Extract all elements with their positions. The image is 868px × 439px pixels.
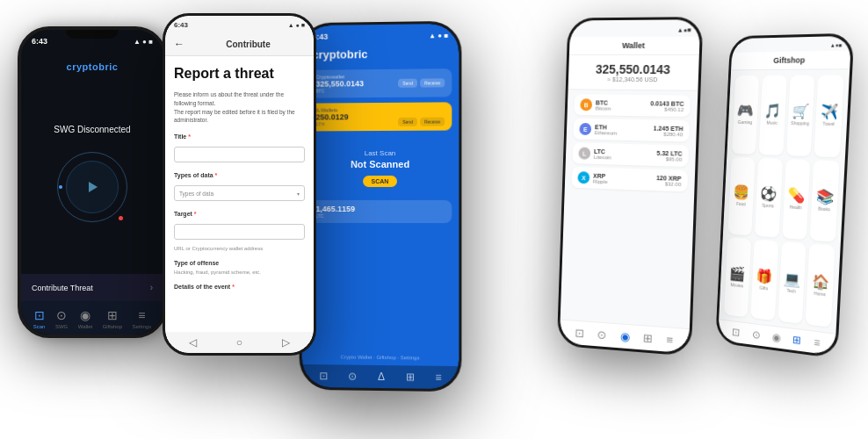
list-item[interactable]: 🏠 Home [806, 244, 835, 327]
p4-header-title: Wallet [578, 41, 691, 50]
list-item[interactable]: 🎵 Music [758, 76, 786, 155]
list-item[interactable]: 🎁 Gifts [750, 240, 778, 320]
list-item[interactable]: E ETH Ethereum 1.245 ETH $280.40 [573, 119, 690, 142]
p4-nav-4[interactable]: ⊞ [643, 331, 654, 345]
p4-nav-5[interactable]: ≡ [666, 333, 673, 347]
offense-label: Type of offense [174, 260, 305, 266]
p2-nav-back-icon[interactable]: ◁ [189, 336, 197, 349]
p2-header-title: Contribute [192, 40, 305, 49]
btc-icon: B [580, 98, 592, 111]
scan-button[interactable]: SCAN [363, 176, 398, 187]
p3-card1-currency: BTC [315, 88, 364, 93]
home-icon: 🏠 [811, 274, 829, 290]
p3-card2-currency: ETH [315, 121, 348, 126]
food-icon: 🍔 [733, 185, 749, 200]
p3-nav-icon-2[interactable]: ⊙ [349, 371, 358, 383]
nav-label-scan: Scan [33, 324, 46, 329]
books-label: Books [818, 205, 830, 212]
nav-label-settings: Settings [133, 324, 152, 329]
p5-header-title: Giftshop [740, 55, 842, 66]
p4-nav-1[interactable]: ⊡ [575, 327, 584, 341]
p2-nav-recent-icon[interactable]: ▷ [282, 336, 290, 349]
types-select[interactable]: Types of data ▾ [174, 185, 305, 201]
p3-nav-icon-3[interactable]: Δ [378, 371, 385, 383]
dot-indicator-blue [59, 185, 62, 189]
p3-footer-text: Crypto Wallet · Giftshop · Settings [302, 349, 459, 366]
nav-scan[interactable]: ⊡ Scan [33, 308, 46, 329]
food-label: Food [736, 201, 746, 207]
gift-grid: 🎮 Gaming 🎵 Music 🛒 Shopping ✈️ Travel 🍔 [719, 69, 850, 333]
p3-status-icons: ▲ ● ■ [429, 31, 448, 39]
app-logo: cryptobric [67, 61, 119, 72]
xrp-icon: X [577, 171, 590, 184]
list-item[interactable]: 🎮 Gaming [732, 76, 759, 155]
p5-nav-1[interactable]: ⊡ [732, 326, 741, 339]
list-item[interactable]: L LTC Litecoin 5.32 LTC $95.00 [572, 142, 689, 167]
coin-name-eth: ETH [595, 124, 618, 130]
gifts-label: Gifts [759, 284, 768, 291]
eth-amount: 1.245 ETH [654, 125, 684, 132]
list-item[interactable]: 📚 Books [810, 160, 840, 242]
send-button[interactable]: Send [398, 79, 417, 88]
home-label: Home [814, 290, 826, 296]
books-icon: 📚 [815, 190, 834, 205]
nav-giftshop[interactable]: ⊞ Giftshop [103, 308, 122, 329]
contribute-bar[interactable]: Contribute Threat › [21, 274, 163, 301]
list-item[interactable]: B BTC Bitcoin 0.0143 BTC $450.12 [574, 94, 691, 117]
swg-status: SWG Disconnected [54, 125, 130, 134]
p3-card1-amount: 325,550.0143 [315, 79, 364, 88]
p3-nav-icon-5[interactable]: ≡ [435, 371, 441, 384]
list-item[interactable]: ✈️ Travel [814, 75, 844, 156]
p5-nav-3[interactable]: ◉ [771, 331, 780, 344]
p2-status-bar: 6:43 ▲ ● ■ [165, 16, 314, 32]
p3-card2-amount: 250.0129 [315, 112, 348, 121]
phone-scanner: 6:43 ▲ ● ■ cryptobric Cryptowallet 325,5… [300, 21, 462, 392]
send-btn-2[interactable]: Send [398, 118, 417, 126]
nav-wallet[interactable]: ◉ Wallet [78, 308, 92, 329]
tech-label: Tech [787, 287, 797, 293]
scene: 6:43 ▲ ● ■ cryptobric SWG Disconnected [0, 0, 868, 439]
vpn-circle[interactable] [57, 152, 127, 222]
coin-full-eth: Ethereum [595, 130, 618, 136]
p3-nav-icon-1[interactable]: ⊡ [319, 370, 328, 382]
p5-nav-4[interactable]: ⊞ [792, 334, 802, 347]
list-item[interactable]: 🍔 Food [727, 156, 755, 235]
receive-btn-2[interactable]: Receive [420, 118, 445, 126]
shopping-label: Shopping [791, 120, 809, 126]
list-item[interactable]: ⚽ Sports [755, 158, 783, 238]
p4-status-icons: ▲●■ [677, 26, 691, 32]
wallet-icon: ◉ [80, 308, 90, 322]
wallet-balance-section: 325,550.0143 ≈ $12,340.56 USD [568, 55, 699, 91]
nav-settings[interactable]: ≡ Settings [133, 308, 152, 329]
p4-header: Wallet [569, 37, 700, 55]
p5-nav-5[interactable]: ≡ [814, 336, 821, 349]
wallet-total: 325,550.0143 [577, 62, 691, 77]
health-icon: 💊 [787, 188, 805, 203]
gaming-label: Gaming [738, 119, 753, 125]
nav-swg[interactable]: ⊙ SWG [55, 308, 68, 329]
report-title: Report a threat [174, 65, 305, 82]
notch [66, 30, 119, 39]
target-label: Target * [174, 211, 305, 217]
receive-button[interactable]: Receive [420, 78, 445, 87]
list-item[interactable]: 💻 Tech [778, 241, 807, 324]
types-placeholder: Types of data [179, 191, 213, 197]
p4-nav-2[interactable]: ⊙ [597, 327, 607, 342]
gifts-icon: 🎁 [756, 269, 773, 284]
list-item[interactable]: X XRP Ripple 120 XRP $32.00 [571, 167, 687, 191]
list-item[interactable]: 🎬 Movies [724, 237, 751, 317]
p5-nav-2[interactable]: ⊙ [751, 328, 760, 342]
list-item[interactable]: 🛒 Shopping [786, 76, 815, 156]
p2-nav-home-icon[interactable]: ○ [236, 336, 242, 349]
p3-card2-actions: Send Receive [398, 106, 445, 126]
nav-label-wallet: Wallet [78, 324, 92, 329]
target-input[interactable] [174, 224, 305, 240]
list-item[interactable]: 💊 Health [782, 159, 811, 241]
p3-yellow-card: Δ.Wallets 250.0129 ETH Send Receive [309, 102, 452, 131]
back-arrow-icon[interactable]: ← [174, 38, 184, 50]
coin-full-btc: Bitcoin [596, 105, 611, 111]
title-input[interactable] [174, 147, 305, 162]
p4-nav-3[interactable]: ◉ [619, 329, 629, 343]
p3-nav-icon-4[interactable]: ⊞ [406, 371, 415, 383]
last-scan-section: Last Scan Not Scanned SCAN [302, 136, 459, 201]
